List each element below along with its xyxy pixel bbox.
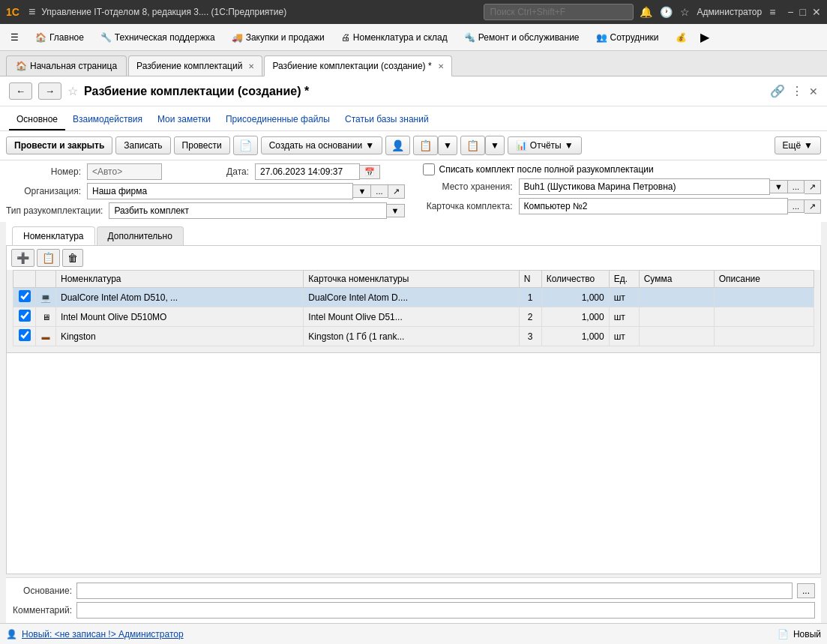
table-empty-area bbox=[6, 353, 821, 574]
card-label: Карточка комплекта: bbox=[423, 201, 513, 211]
reports-button[interactable]: 📊 Отчёты ▼ bbox=[508, 136, 582, 154]
row3-check[interactable] bbox=[19, 329, 31, 341]
menu-support[interactable]: 🔧 Техническая поддержка bbox=[93, 28, 223, 47]
minimize-button[interactable]: − bbox=[787, 6, 793, 18]
tab-disassembly-create-close[interactable]: ✕ bbox=[438, 62, 444, 70]
card-open-button[interactable]: ↗ bbox=[805, 199, 821, 214]
col-n: N bbox=[519, 271, 541, 288]
tab-disassembly-list-close[interactable]: ✕ bbox=[248, 62, 254, 70]
menu-more[interactable]: ▶ bbox=[696, 30, 714, 44]
subtab-files[interactable]: Присоединенные файлы bbox=[218, 109, 337, 130]
subtab-interactions[interactable]: Взаимодействия bbox=[65, 109, 150, 130]
basis-dots-button[interactable]: ... bbox=[797, 583, 815, 598]
org-open-button[interactable]: ↗ bbox=[388, 184, 405, 199]
close-doc-button[interactable]: ✕ bbox=[809, 85, 818, 97]
org-row: Организация: ▼ ... ↗ bbox=[6, 183, 405, 199]
table-row[interactable]: 🖥 Intel Mount Olive D510MO Intel Mount O… bbox=[13, 307, 814, 327]
menu-purchases[interactable]: 🚚 Закупки и продажи bbox=[224, 28, 332, 47]
warehouse-icon: 🖨 bbox=[341, 32, 350, 43]
reports-icon: 📊 bbox=[516, 140, 527, 151]
org-input[interactable] bbox=[87, 183, 353, 199]
type-input[interactable] bbox=[109, 202, 386, 219]
favorite-button[interactable]: ☆ bbox=[67, 84, 78, 98]
storage-select-button[interactable]: ▼ bbox=[770, 180, 788, 193]
status-new-label: Новый bbox=[793, 629, 821, 640]
tab-home[interactable]: 🏠 Начальная страница bbox=[6, 55, 127, 76]
row1-n: 1 bbox=[519, 288, 541, 307]
org-label: Организация: bbox=[6, 186, 81, 196]
menu-main-label: Главное bbox=[49, 32, 84, 43]
menu-hamburger[interactable]: ☰ bbox=[3, 28, 26, 47]
add-row-button[interactable]: ➕ bbox=[11, 249, 34, 267]
save-button[interactable]: Записать bbox=[115, 136, 170, 154]
content-tabs: Номенклатура Дополнительно bbox=[6, 222, 821, 246]
menu-repair[interactable]: 🔩 Ремонт и обслуживание bbox=[457, 28, 587, 47]
search-input[interactable] bbox=[484, 4, 634, 20]
storage-open-button[interactable]: ↗ bbox=[805, 180, 821, 194]
card-input[interactable] bbox=[519, 198, 788, 214]
group2-button[interactable]: 📋 bbox=[413, 136, 438, 155]
org-select-button[interactable]: ▼ bbox=[353, 184, 371, 198]
storage-dots-button[interactable]: ... bbox=[788, 180, 805, 193]
type-select-button[interactable]: ▼ bbox=[387, 204, 405, 217]
date-calendar-button[interactable]: 📅 bbox=[360, 165, 380, 179]
user-link[interactable]: Новый: <не записан !> Администратор bbox=[22, 629, 184, 640]
row3-unit: шт bbox=[609, 327, 639, 346]
org-dots-button[interactable]: ... bbox=[371, 184, 388, 198]
group3-button[interactable]: 📋 bbox=[460, 136, 485, 155]
copy-row-button[interactable]: 📋 bbox=[37, 249, 60, 267]
row1-check[interactable] bbox=[19, 290, 31, 302]
tab-disassembly-list[interactable]: Разбиение комплектаций ✕ bbox=[128, 55, 262, 76]
menu-staff[interactable]: 👥 Сотрудники bbox=[589, 28, 667, 47]
create-base-button[interactable]: Создать на основании ▼ bbox=[261, 136, 382, 154]
forward-button[interactable]: → bbox=[38, 82, 61, 100]
table-row[interactable]: ▬ Kingston Kingston (1 Гб (1 rank... 3 1… bbox=[13, 327, 814, 346]
group3-dropdown[interactable]: ▼ bbox=[485, 136, 505, 155]
app-logo: 1С bbox=[6, 6, 19, 18]
star-icon[interactable]: ☆ bbox=[680, 6, 690, 18]
post-close-button[interactable]: Провести и закрыть bbox=[6, 136, 112, 154]
menu-icon[interactable]: ≡ bbox=[28, 5, 35, 19]
delete-row-button[interactable]: 🗑 bbox=[62, 249, 83, 267]
content-area: ← → ☆ Разбиение комплектации (создание) … bbox=[0, 76, 827, 644]
settings-icon[interactable]: ≡ bbox=[769, 6, 775, 18]
group1-button[interactable]: 👤 bbox=[385, 136, 410, 155]
subtab-notes[interactable]: Мои заметки bbox=[150, 109, 218, 130]
menu-main[interactable]: 🏠 Главное bbox=[28, 28, 91, 47]
close-window-button[interactable]: ✕ bbox=[812, 6, 821, 18]
comment-input[interactable] bbox=[76, 602, 815, 619]
back-button[interactable]: ← bbox=[9, 82, 32, 100]
tabsbar: 🏠 Начальная страница Разбиение комплекта… bbox=[0, 51, 827, 76]
row2-check[interactable] bbox=[19, 310, 31, 322]
history-icon[interactable]: 🕐 bbox=[660, 6, 673, 18]
tab-disassembly-create[interactable]: Разбиение комплектации (создание) * ✕ bbox=[264, 55, 451, 76]
more-actions-button[interactable]: Ещё ▼ bbox=[775, 136, 821, 154]
group2-dropdown[interactable]: ▼ bbox=[438, 136, 457, 155]
post-button[interactable]: Провести bbox=[174, 136, 230, 154]
bell-icon[interactable]: 🔔 bbox=[640, 6, 652, 18]
storage-input[interactable] bbox=[519, 178, 770, 195]
menu-support-label: Техническая поддержка bbox=[115, 32, 215, 43]
table-row[interactable]: 💻 DualCore Intel Atom D510, ... DualCore… bbox=[13, 288, 814, 307]
menu-finance[interactable]: 💰 bbox=[668, 28, 694, 47]
hamburger-icon: ☰ bbox=[10, 32, 19, 43]
date-input[interactable] bbox=[255, 163, 360, 180]
more-button[interactable]: ⋮ bbox=[791, 84, 803, 98]
maximize-button[interactable]: □ bbox=[800, 6, 806, 18]
basis-input[interactable] bbox=[76, 583, 793, 599]
subtab-main[interactable]: Основное bbox=[9, 109, 65, 130]
content-tab-nomenclature[interactable]: Номенклатура bbox=[12, 226, 95, 245]
card-dots-button[interactable]: ... bbox=[788, 199, 805, 213]
subtab-knowledge[interactable]: Статьи базы знаний bbox=[337, 109, 436, 130]
number-input[interactable] bbox=[87, 163, 162, 180]
type-label: Тип разукомплектации: bbox=[6, 205, 103, 216]
row3-name: Kingston bbox=[56, 327, 304, 346]
date-field: 📅 bbox=[255, 163, 380, 180]
content-tab-additional[interactable]: Дополнительно bbox=[97, 226, 184, 245]
col-unit: Ед. bbox=[609, 271, 639, 288]
tab-home-label: Начальная страница bbox=[30, 61, 117, 71]
menu-warehouse[interactable]: 🖨 Номенклатура и склад bbox=[334, 28, 455, 47]
doc-icon-button[interactable]: 📄 bbox=[233, 136, 258, 155]
disassemble-checkbox[interactable] bbox=[423, 163, 435, 175]
link-button[interactable]: 🔗 bbox=[770, 84, 785, 98]
